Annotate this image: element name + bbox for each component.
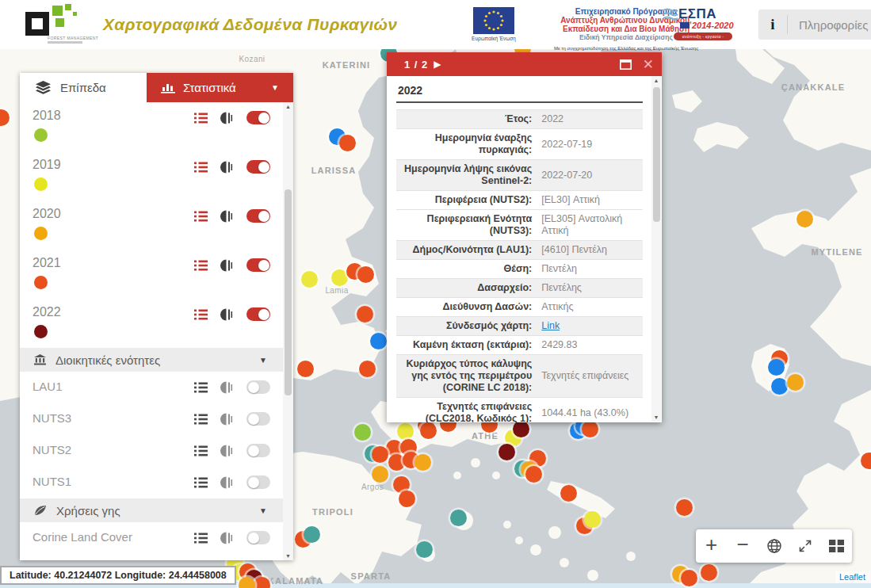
fire-marker[interactable] bbox=[372, 466, 388, 483]
zoom-in-button[interactable]: + bbox=[696, 529, 727, 563]
legend-button[interactable] bbox=[194, 445, 208, 456]
legend-button[interactable] bbox=[194, 533, 208, 544]
fire-marker[interactable] bbox=[420, 422, 437, 439]
legend-list-icon bbox=[194, 211, 208, 222]
fire-marker[interactable] bbox=[513, 421, 529, 437]
map-canvas[interactable]: KozaniKATERINILARISSALamiaATHEArgosTRIPO… bbox=[0, 49, 871, 588]
fire-marker[interactable] bbox=[560, 485, 577, 502]
fire-marker[interactable] bbox=[239, 577, 255, 588]
fire-marker[interactable] bbox=[450, 510, 467, 526]
scrollbar-thumb[interactable] bbox=[653, 87, 660, 222]
fire-marker[interactable] bbox=[304, 526, 320, 543]
fire-marker[interactable] bbox=[499, 444, 515, 460]
fire-marker[interactable] bbox=[357, 266, 374, 283]
legend-button[interactable] bbox=[194, 309, 208, 320]
layer-toggle[interactable] bbox=[246, 444, 270, 457]
layer-toggle[interactable] bbox=[246, 307, 270, 321]
legend-button[interactable] bbox=[194, 477, 208, 488]
opacity-button[interactable] bbox=[220, 112, 234, 124]
map-link[interactable]: Link bbox=[541, 320, 560, 331]
attribute-row: Σύνδεσμός χάρτη: Link bbox=[396, 317, 643, 336]
opacity-button[interactable] bbox=[220, 210, 234, 223]
maximize-icon[interactable] bbox=[620, 59, 632, 70]
info-button[interactable]: i Πληροφορίες bbox=[758, 10, 871, 40]
section-header[interactable]: Διοικητικές ενότητες ▼ bbox=[20, 348, 283, 372]
close-icon[interactable]: ✕ bbox=[643, 56, 654, 73]
chevron-down-icon[interactable]: ▼ bbox=[259, 506, 267, 515]
chevron-down-icon[interactable]: ▼ bbox=[271, 83, 279, 92]
opacity-button[interactable] bbox=[220, 161, 234, 174]
popup-scrollbar[interactable]: ▲ ▼ bbox=[651, 76, 661, 422]
legend-button[interactable] bbox=[194, 260, 208, 271]
fire-marker[interactable] bbox=[787, 374, 804, 391]
fire-marker[interactable] bbox=[584, 511, 601, 528]
attribute-label: Ημερομηνία λήψης εικόνας Sentinel-2: bbox=[396, 160, 537, 191]
layer-row: NUTS3 bbox=[20, 403, 283, 435]
layer-toggle[interactable] bbox=[246, 412, 270, 426]
scroll-up-icon[interactable]: ▲ bbox=[283, 104, 293, 109]
legend-button[interactable] bbox=[194, 414, 208, 425]
layer-toggle[interactable] bbox=[246, 160, 270, 174]
layer-toggle[interactable] bbox=[246, 258, 270, 272]
legend-button[interactable] bbox=[194, 211, 208, 222]
eu-flag-caption: Ευρωπαϊκή Ένωση bbox=[466, 36, 521, 41]
fire-marker[interactable] bbox=[681, 570, 697, 586]
fire-marker[interactable] bbox=[357, 306, 373, 323]
tab-statistics[interactable]: Στατιστικά ▼ bbox=[147, 73, 293, 102]
fire-marker[interactable] bbox=[372, 446, 388, 463]
leaflet-attribution[interactable]: Leaflet bbox=[835, 571, 869, 582]
fire-marker[interactable] bbox=[582, 421, 598, 437]
legend-button[interactable] bbox=[194, 162, 208, 173]
opacity-button[interactable] bbox=[220, 532, 234, 544]
basemap-layers-button[interactable] bbox=[821, 529, 852, 563]
next-feature-icon[interactable]: ▶ bbox=[434, 59, 441, 70]
layer-toggle[interactable] bbox=[246, 475, 270, 489]
layer-toggle[interactable] bbox=[246, 380, 270, 394]
opacity-button[interactable] bbox=[220, 476, 234, 489]
globe-button[interactable] bbox=[758, 529, 789, 563]
fire-marker[interactable] bbox=[331, 269, 348, 286]
espa-name: ΕΣΠΑ bbox=[678, 6, 716, 22]
fire-marker[interactable] bbox=[416, 541, 433, 558]
panel-scrollbar[interactable]: ▲ ▼ bbox=[283, 102, 293, 560]
tab-layers[interactable]: Επίπεδα bbox=[20, 73, 147, 102]
fire-marker[interactable] bbox=[301, 271, 318, 288]
opacity-button[interactable] bbox=[220, 445, 234, 457]
section-header[interactable]: Χρήσεις γης ▼ bbox=[20, 498, 283, 522]
opacity-button[interactable] bbox=[220, 413, 234, 426]
opacity-button[interactable] bbox=[220, 308, 234, 321]
fire-marker[interactable] bbox=[771, 378, 788, 395]
scroll-down-icon[interactable]: ▼ bbox=[651, 414, 661, 420]
fire-marker[interactable] bbox=[525, 466, 542, 483]
fire-marker[interactable] bbox=[676, 499, 693, 516]
attribute-label: Δασαρχείο: bbox=[396, 279, 537, 298]
scroll-up-icon[interactable]: ▲ bbox=[651, 78, 661, 83]
fire-marker[interactable] bbox=[339, 135, 356, 151]
fullscreen-button[interactable] bbox=[789, 529, 820, 563]
zoom-out-button[interactable]: − bbox=[727, 529, 758, 563]
legend-button[interactable] bbox=[194, 382, 208, 393]
fire-marker[interactable] bbox=[797, 211, 813, 227]
scrollbar-thumb[interactable] bbox=[285, 189, 292, 395]
layer-row: NUTS1 bbox=[20, 467, 283, 498]
fire-marker[interactable] bbox=[354, 424, 371, 441]
legend-button[interactable] bbox=[194, 113, 208, 124]
fire-marker[interactable] bbox=[370, 333, 387, 349]
fire-marker[interactable] bbox=[414, 454, 431, 471]
fire-marker[interactable] bbox=[399, 491, 415, 507]
scroll-down-icon[interactable]: ▼ bbox=[283, 553, 293, 559]
opacity-button[interactable] bbox=[220, 259, 234, 272]
fire-marker[interactable] bbox=[359, 361, 376, 377]
fire-marker[interactable] bbox=[254, 577, 270, 588]
opacity-button[interactable] bbox=[220, 381, 234, 394]
layer-toggle[interactable] bbox=[246, 209, 270, 223]
fire-marker[interactable] bbox=[701, 564, 717, 581]
fire-marker[interactable] bbox=[397, 423, 414, 440]
fire-marker[interactable] bbox=[768, 359, 785, 376]
fire-marker[interactable] bbox=[297, 361, 314, 377]
layer-toggle[interactable] bbox=[246, 531, 270, 544]
attribute-label: Διεύθυνση Δασών: bbox=[396, 298, 537, 317]
attribute-row: Θέση: Πεντέλη bbox=[396, 260, 643, 279]
layer-toggle[interactable] bbox=[246, 111, 270, 124]
chevron-down-icon[interactable]: ▼ bbox=[259, 356, 267, 365]
